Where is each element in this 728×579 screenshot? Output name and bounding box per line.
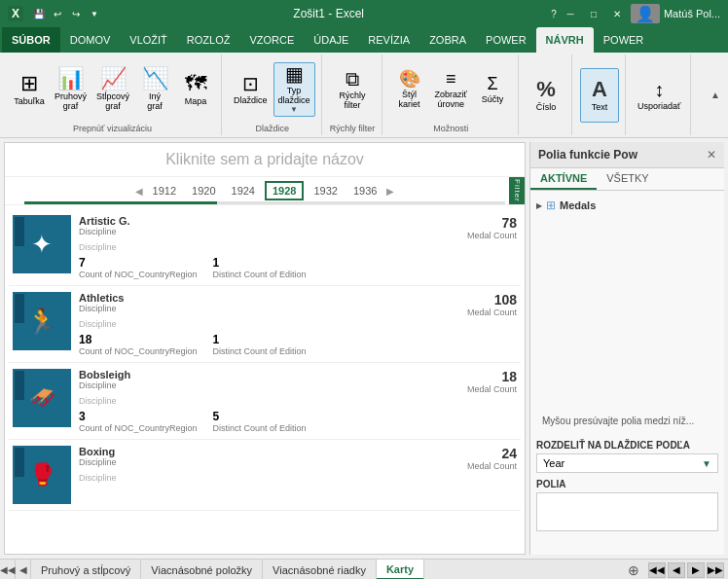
typ-dlazdice-label: Typdlaždice xyxy=(278,86,310,105)
sheet-tab-karty[interactable]: Karty xyxy=(377,560,424,579)
usporiadat-button[interactable]: ↕ Usporiadať xyxy=(634,68,684,123)
tab-udaje[interactable]: ÚDAJE xyxy=(304,27,358,53)
ribbon-group-rychly-filter-buttons: ⧉ Rýchlyfilter xyxy=(333,56,372,122)
ribbon-group-text-buttons: A Text xyxy=(580,56,619,133)
card-bobsleigh-dist: 5 Distinct Count of Edition xyxy=(213,410,307,433)
fields-box[interactable] xyxy=(536,492,718,531)
card-bobsleigh-row: 3 Count of NOC_CountryRegion 5 Distinct … xyxy=(79,410,517,433)
split-dropdown[interactable]: Year ▼ xyxy=(536,453,718,473)
usporiadat-icon: ↕ xyxy=(654,80,664,99)
card-artistic: ✦ Artistic G. Discipline 78 Medal Count … xyxy=(9,209,521,286)
card-bobsleigh-stat-label: Medal Count xyxy=(467,384,517,394)
styl-kariet-button[interactable]: 🎨 Štýlkariet xyxy=(390,62,429,117)
card-athletics-thumb: 🏃 xyxy=(13,292,71,350)
styl-kariet-icon: 🎨 xyxy=(399,70,420,88)
timeline-year-1932[interactable]: 1932 xyxy=(308,183,343,199)
tab-subor[interactable]: SÚBOR xyxy=(2,27,60,53)
minimize-button[interactable]: ─ xyxy=(561,4,580,23)
stlpcovy-label: Stĺpcovýgraf xyxy=(96,91,129,111)
timeline-year-1936[interactable]: 1936 xyxy=(347,183,382,199)
zobrazit-urovne-button[interactable]: ≡ Zobraziťúrovne xyxy=(431,62,471,117)
tree-medals-label: Medals xyxy=(560,199,596,211)
ribbon-group-prepnut-buttons: ⊞ Tabuľka 📊 Pruhovýgraf 📈 Stĺpcovýgraf 📉… xyxy=(10,56,215,122)
card-artistic-thumb: ✦ xyxy=(13,215,71,273)
rychly-filter-group-title: Rýchly filter xyxy=(330,122,376,133)
timeline-year-1924[interactable]: 1924 xyxy=(226,183,261,199)
timeline-year-1920[interactable]: 1920 xyxy=(186,183,221,199)
scroll-left[interactable]: ◀ xyxy=(668,562,685,578)
sheet-nav-first[interactable]: ◀◀ xyxy=(0,560,16,579)
tree-expand-icon: ▶ xyxy=(536,201,542,210)
card-artistic-dist: 1 Distinct Count of Edition xyxy=(213,256,307,279)
sheet-nav-prev[interactable]: ◀ xyxy=(16,560,31,579)
customize-icon[interactable]: ▼ xyxy=(87,6,102,21)
tab-rozloz[interactable]: ROZLOŽ xyxy=(177,27,240,53)
scroll-left-more[interactable]: ◀◀ xyxy=(648,562,666,578)
card-artistic-noc-label: Count of NOC_CountryRegion xyxy=(79,270,198,279)
styl-kariet-label: Štýlkariet xyxy=(399,90,420,109)
text-button[interactable]: A Text xyxy=(580,68,619,123)
ribbon: ⊞ Tabuľka 📊 Pruhovýgraf 📈 Stĺpcovýgraf 📉… xyxy=(0,53,728,138)
save-icon[interactable]: 💾 xyxy=(31,6,47,21)
card-artistic-dist-val: 1 xyxy=(213,256,307,270)
mapa-label: Mapa xyxy=(185,96,207,106)
title-bar-controls: ? ─ □ ✕ 👤 Matúš Pol... xyxy=(551,4,720,23)
restore-button[interactable]: □ xyxy=(584,4,603,23)
pruhovy-button[interactable]: 📊 Pruhovýgraf xyxy=(51,62,91,117)
scroll-right[interactable]: ▶ xyxy=(687,562,705,578)
tab-power1[interactable]: POWER xyxy=(476,27,536,53)
iny-button[interactable]: 📉 Inýgraf xyxy=(135,62,174,117)
timeline-prev[interactable]: ◀ xyxy=(135,186,143,197)
sheet-tab-pruhovy[interactable]: Pruhový a stĺpcový xyxy=(31,560,141,579)
ribbon-group-text: A Text xyxy=(574,54,626,135)
sheet-tab-viacnasobne-polozky[interactable]: Viacnásobné položky xyxy=(141,560,263,579)
cislo-button[interactable]: % Číslo xyxy=(527,68,565,123)
undo-icon[interactable]: ↩ xyxy=(50,6,65,21)
dlazdice-button[interactable]: ⊡ Dlaždice xyxy=(230,62,272,117)
sheet-tab-viacnasobne-riadky[interactable]: Viacnásobné riadky xyxy=(263,560,377,579)
card-artistic-row: 7 Count of NOC_CountryRegion 1 Distinct … xyxy=(79,256,517,279)
sheet-tabs: Pruhový a stĺpcový Viacnásobné položky V… xyxy=(31,560,623,579)
tab-vsetky[interactable]: VŠETKY xyxy=(597,168,658,190)
timeline-year-1928[interactable]: 1928 xyxy=(265,181,304,200)
typ-dlazdice-button[interactable]: ▦ Typdlaždice ▼ xyxy=(273,62,315,117)
sucty-button[interactable]: Σ Súčty xyxy=(473,62,512,117)
tab-revizia[interactable]: REVÍZIA xyxy=(358,27,419,53)
card-boxing-stat: 24 xyxy=(467,446,517,461)
timeline-next[interactable]: ▶ xyxy=(386,186,394,197)
tabulka-button[interactable]: ⊞ Tabuľka xyxy=(10,62,49,117)
timeline-year-1912[interactable]: 1912 xyxy=(147,183,182,199)
dlazdice-icon: ⊡ xyxy=(242,74,259,93)
moznosti-group-title: Možnosti xyxy=(433,122,468,133)
ribbon-collapse-icon[interactable]: ▲ xyxy=(710,90,720,100)
close-button[interactable]: ✕ xyxy=(607,4,627,23)
tab-domov[interactable]: DOMOV xyxy=(60,27,121,53)
usporiadat-label: Usporiadať xyxy=(637,101,680,111)
stlpcovy-button[interactable]: 📈 Stĺpcovýgraf xyxy=(92,62,133,117)
chart-title[interactable]: Kliknite sem a pridajte názov xyxy=(5,143,525,177)
mapa-button[interactable]: 🗺 Mapa xyxy=(176,62,215,117)
ribbon-group-usporiadat-buttons: ↕ Usporiadať xyxy=(634,56,684,133)
ribbon-tabs: SÚBOR DOMOV VLOŽIŤ ROZLOŽ VZORCE ÚDAJE R… xyxy=(0,27,728,53)
dlazdice-group-title: Dlaždice xyxy=(256,122,290,133)
tab-zobra[interactable]: ZOBRA xyxy=(419,27,476,53)
filter-button[interactable]: Filter xyxy=(509,177,525,204)
sheet-add-button[interactable]: ⊕ xyxy=(623,560,644,579)
tab-aktivne[interactable]: AKTÍVNE xyxy=(530,168,597,190)
text-label: Text xyxy=(592,102,608,112)
tab-power2[interactable]: POWER xyxy=(594,27,654,53)
scroll-right-more[interactable]: ▶▶ xyxy=(707,562,724,578)
card-artistic-subtitle: Discipline xyxy=(79,227,130,236)
tab-vlozit[interactable]: VLOŽIŤ xyxy=(120,27,177,53)
zobrazit-urovne-label: Zobraziťúrovne xyxy=(435,90,467,109)
tab-navrh[interactable]: NÁVRH xyxy=(536,27,594,53)
panel-tree-medals[interactable]: ▶ ⊞ Medals xyxy=(536,197,718,214)
rychly-filter-button[interactable]: ⧉ Rýchlyfilter xyxy=(333,62,372,117)
card-boxing-subtitle: Discipline xyxy=(79,457,117,467)
card-bobsleigh-title: Bobsleigh xyxy=(79,369,130,380)
redo-icon[interactable]: ↪ xyxy=(68,6,84,21)
card-athletics-content: Athletics Discipline 108 Medal Count Dis… xyxy=(79,292,517,356)
panel-tabs: AKTÍVNE VŠETKY xyxy=(530,168,724,191)
panel-close-button[interactable]: ✕ xyxy=(707,148,716,162)
tab-vzorce[interactable]: VZORCE xyxy=(239,27,304,53)
